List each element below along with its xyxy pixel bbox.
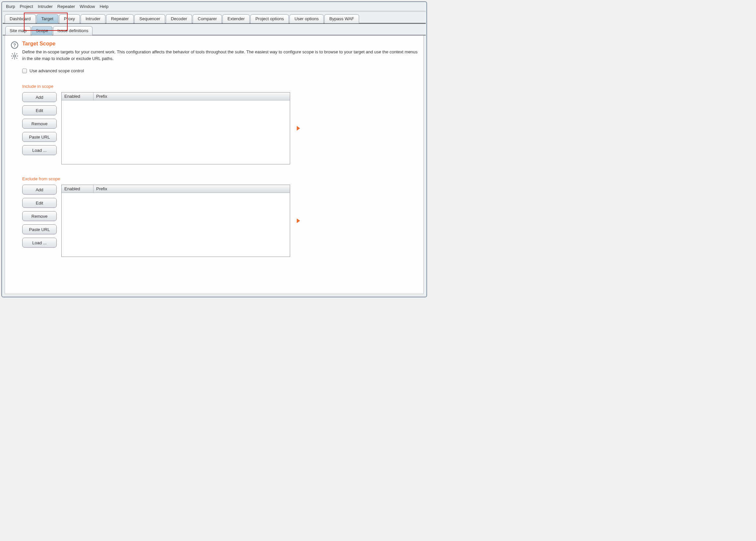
include-load-button[interactable]: Load ... [22,145,57,155]
exclude-table-body[interactable] [62,193,290,257]
exclude-col-prefix[interactable]: Prefix [94,185,290,193]
main-tab-row: Dashboard Target Proxy Intruder Repeater… [3,12,426,24]
menu-bar: Burp Project Intruder Repeater Window He… [3,3,426,11]
include-remove-button[interactable]: Remove [22,119,57,129]
menu-project[interactable]: Project [20,4,33,9]
include-table[interactable]: Enabled Prefix [61,92,290,165]
sub-tab-row: Site map Scope Issue definitions [3,24,426,35]
svg-point-0 [14,55,16,57]
include-pasteurl-button[interactable]: Paste URL [22,132,57,142]
tab-user-options[interactable]: User options [290,14,324,23]
tab-comparer[interactable]: Comparer [193,14,222,23]
include-table-body[interactable] [62,101,290,164]
tab-repeater[interactable]: Repeater [106,14,134,23]
exclude-scope-block: Add Edit Remove Paste URL Load ... Enabl… [22,185,292,257]
tab-decoder[interactable]: Decoder [166,14,192,23]
exclude-table[interactable]: Enabled Prefix [61,185,290,257]
page-description: Define the in-scope targets for your cur… [22,49,419,62]
tab-sequencer[interactable]: Sequencer [134,14,165,23]
page-title: Target Scope [22,41,419,47]
subtab-sitemap[interactable]: Site map [5,26,31,35]
exclude-add-button[interactable]: Add [22,185,57,195]
tab-extender[interactable]: Extender [223,14,250,23]
include-edit-button[interactable]: Edit [22,105,57,115]
exclude-expand-icon[interactable] [297,219,300,223]
exclude-remove-button[interactable]: Remove [22,211,57,221]
tab-proxy[interactable]: Proxy [59,14,80,23]
help-icon[interactable]: ? [11,41,18,49]
subtab-scope[interactable]: Scope [32,26,52,35]
gear-icon[interactable] [11,52,19,60]
include-scope-block: Add Edit Remove Paste URL Load ... Enabl… [22,92,292,165]
include-add-button[interactable]: Add [22,92,57,102]
content-panel: ? Target Scope Define the in-scope targe… [5,35,424,294]
menu-intruder[interactable]: Intruder [38,4,53,9]
tab-project-options[interactable]: Project options [250,14,289,23]
include-expand-icon[interactable] [297,126,300,131]
subtab-issue-definitions[interactable]: Issue definitions [53,26,93,35]
include-col-enabled[interactable]: Enabled [62,93,94,100]
include-col-prefix[interactable]: Prefix [94,93,290,100]
menu-window[interactable]: Window [80,4,95,9]
menu-burp[interactable]: Burp [6,4,15,9]
include-heading: Include in scope [22,84,419,89]
menu-help[interactable]: Help [100,4,108,9]
advanced-scope-checkbox[interactable] [22,69,27,73]
tab-dashboard[interactable]: Dashboard [5,14,36,23]
menu-repeater[interactable]: Repeater [57,4,75,9]
exclude-pasteurl-button[interactable]: Paste URL [22,225,57,235]
exclude-load-button[interactable]: Load ... [22,238,57,248]
tab-target[interactable]: Target [36,14,58,23]
exclude-heading: Exclude from scope [22,176,419,181]
tab-intruder[interactable]: Intruder [81,14,105,23]
exclude-col-enabled[interactable]: Enabled [62,185,94,193]
exclude-edit-button[interactable]: Edit [22,198,57,208]
advanced-scope-label: Use advanced scope control [30,68,84,73]
tab-bypass-waf[interactable]: Bypass WAF [324,14,359,23]
